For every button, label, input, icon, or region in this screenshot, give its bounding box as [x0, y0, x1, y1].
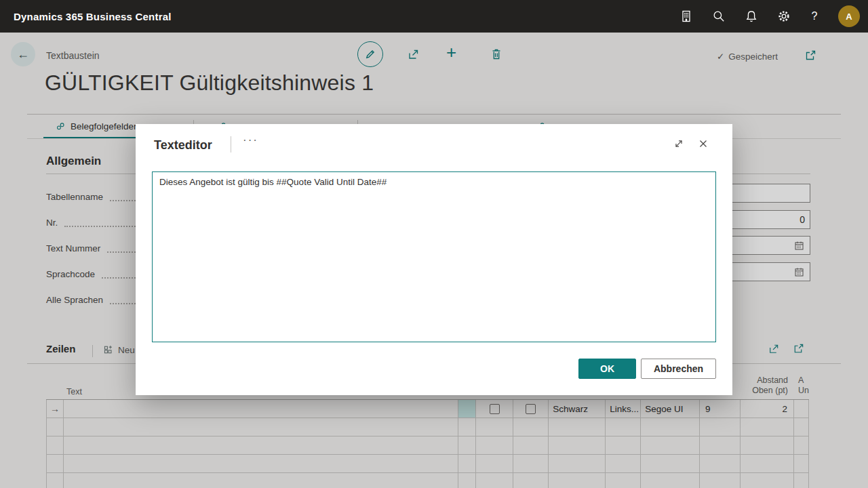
app-window: Dynamics 365 Business Central ? A ←: [0, 0, 868, 488]
avatar[interactable]: A: [838, 5, 860, 27]
ok-button[interactable]: OK: [578, 359, 636, 379]
cancel-button[interactable]: Abbrechen: [641, 359, 716, 379]
texteditor-textarea[interactable]: Dieses Angebot ist gültig bis ##Quote Va…: [152, 171, 716, 342]
resize-dialog-icon[interactable]: [673, 138, 685, 150]
more-options-icon[interactable]: ···: [243, 134, 258, 147]
search-icon[interactable]: [712, 9, 726, 23]
help-icon[interactable]: ?: [810, 10, 819, 22]
close-icon[interactable]: [697, 138, 709, 150]
topbar-actions: ? A: [679, 5, 868, 27]
app-title: Dynamics 365 Business Central: [0, 11, 172, 22]
dialog-title-separator: [231, 136, 231, 152]
company-icon[interactable]: [679, 9, 693, 23]
dialog-title: Texteditor: [154, 138, 212, 152]
texteditor-dialog: Texteditor ··· Dieses Angebot ist gültig…: [136, 124, 732, 395]
settings-gear-icon[interactable]: [777, 9, 791, 23]
notifications-bell-icon[interactable]: [745, 9, 758, 23]
topbar: Dynamics 365 Business Central ? A: [0, 0, 868, 33]
